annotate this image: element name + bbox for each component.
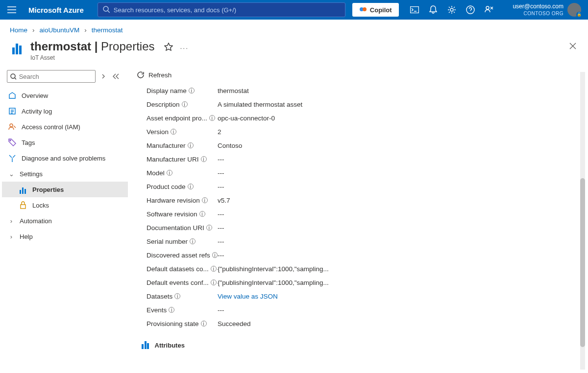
sidebar-item-properties[interactable]: Properties (2, 182, 128, 197)
chevron-down-icon: ⌄ (8, 170, 15, 178)
help-button[interactable] (462, 0, 479, 20)
svg-point-7 (11, 74, 15, 78)
sidebar-item-label: Access control (IAM) (22, 123, 80, 131)
close-icon (569, 43, 576, 49)
prop-row-hardware-revision: Hardware revision i v5.7 (147, 193, 578, 207)
info-icon[interactable]: i (199, 211, 205, 217)
section-attributes: Attributes (142, 341, 578, 349)
breadcrumb-l2[interactable]: thermostat (92, 26, 123, 34)
prop-row-product-code: Product code i --- (147, 180, 578, 193)
overview-icon (8, 91, 17, 100)
global-search[interactable] (98, 2, 345, 17)
more-button[interactable]: ··· (180, 44, 189, 52)
info-icon[interactable]: i (190, 238, 196, 244)
view-json-link[interactable]: View value as JSON (218, 293, 278, 300)
svg-point-0 (103, 6, 108, 11)
info-icon[interactable]: i (182, 101, 188, 107)
sidebar-group-settings[interactable]: ⌄ Settings (2, 166, 128, 182)
tags-icon (8, 138, 17, 147)
sidebar-search-input[interactable] (19, 73, 92, 80)
close-blade-button[interactable] (567, 40, 578, 54)
diagnose-icon (8, 154, 17, 163)
info-icon[interactable]: i (211, 280, 217, 285)
properties-list: Display name i thermostat Description i … (130, 84, 588, 372)
star-icon (164, 43, 173, 51)
scrollbar-thumb[interactable] (580, 178, 585, 347)
prop-row-events: Events i --- (147, 303, 578, 317)
feedback-icon (485, 5, 493, 14)
notifications-button[interactable] (424, 0, 442, 20)
svg-rect-12 (21, 205, 25, 209)
copilot-button[interactable]: Copilot (352, 3, 399, 17)
sidebar-item-activity-log[interactable]: Activity log (2, 103, 128, 119)
sidebar-item-label: Tags (22, 139, 35, 146)
attributes-icon (142, 341, 150, 349)
blade-sidebar: Overview Activity log Access control (IA… (0, 68, 130, 373)
sidebar-item-tags[interactable]: Tags (2, 135, 128, 150)
refresh-label: Refresh (148, 71, 172, 79)
sidebar-item-label: Help (20, 233, 33, 240)
breadcrumb-l1[interactable]: aioUbuntuVM (40, 26, 80, 34)
prop-row-documentation-uri: Documentation URI i --- (147, 221, 578, 234)
pin-button[interactable] (164, 43, 173, 53)
info-icon[interactable]: i (174, 293, 180, 299)
prop-row-display-name: Display name i thermostat (147, 84, 578, 97)
user-org: CONTOSO ORG (524, 11, 564, 16)
info-icon[interactable]: i (201, 321, 207, 326)
hamburger-menu[interactable] (4, 2, 20, 18)
prop-row-default-datasets-config: Default datasets co... i {"publishingInt… (147, 262, 578, 276)
sidebar-item-overview[interactable]: Overview (2, 88, 128, 103)
svg-point-9 (10, 124, 13, 127)
info-icon[interactable]: i (169, 307, 174, 313)
info-icon[interactable]: i (212, 252, 218, 258)
brand-label[interactable]: Microsoft Azure (24, 6, 89, 14)
hamburger-icon (7, 6, 16, 13)
sidebar-item-label: Settings (20, 170, 43, 178)
section-attributes-label: Attributes (155, 342, 185, 349)
prop-row-manufacturer: Manufacturer i Contoso (147, 139, 578, 152)
breadcrumb-home[interactable]: Home (10, 26, 27, 34)
prop-row-discovered-asset-refs: Discovered asset refs i --- (147, 248, 578, 262)
info-icon[interactable]: i (188, 142, 194, 148)
prop-row-version: Version i 2 (147, 125, 578, 139)
info-icon[interactable]: i (201, 156, 207, 162)
resource-subtype: IoT Asset (30, 54, 154, 61)
chevron-right-icon: › (8, 217, 15, 225)
avatar: 🔒 (567, 3, 581, 17)
chevrons-icon (100, 73, 106, 79)
info-icon[interactable]: i (188, 184, 194, 189)
sidebar-item-diagnose[interactable]: Diagnose and solve problems (2, 150, 128, 166)
global-search-input[interactable] (114, 6, 340, 14)
svg-point-2 (363, 7, 367, 11)
bell-icon (429, 5, 437, 14)
info-icon[interactable]: i (209, 115, 215, 121)
info-icon[interactable]: i (211, 266, 217, 272)
iam-icon (8, 122, 17, 131)
collapse-sidebar-button[interactable] (111, 71, 121, 81)
top-icon-group (406, 0, 498, 20)
refresh-button[interactable]: Refresh (137, 71, 172, 79)
info-icon[interactable]: i (206, 225, 212, 231)
account-control[interactable]: user@contoso.com CONTOSO ORG 🔒 (513, 3, 584, 17)
info-icon[interactable]: i (202, 197, 208, 203)
info-icon[interactable]: i (189, 88, 195, 93)
sidebar-group-automation[interactable]: › Automation (2, 213, 128, 229)
locks-icon (19, 201, 27, 210)
sidebar-group-help[interactable]: › Help (2, 229, 128, 244)
settings-button[interactable] (443, 0, 461, 20)
expand-collapse-button[interactable] (98, 71, 108, 81)
prop-row-default-events-config: Default events conf... i {"publishingInt… (147, 276, 578, 289)
svg-point-11 (12, 161, 13, 162)
sidebar-search[interactable] (7, 70, 96, 83)
svg-rect-3 (410, 7, 418, 13)
prop-row-provisioning-state: Provisioning state i Succeeded (147, 317, 578, 330)
sidebar-item-locks[interactable]: Locks (2, 197, 128, 213)
feedback-button[interactable] (480, 0, 498, 20)
copilot-label: Copilot (370, 6, 392, 14)
sidebar-item-iam[interactable]: Access control (IAM) (2, 119, 128, 135)
lock-icon: 🔒 (577, 12, 582, 17)
info-icon[interactable]: i (167, 170, 172, 176)
properties-icon (19, 185, 27, 194)
cloud-shell-button[interactable] (406, 0, 423, 20)
info-icon[interactable]: i (171, 129, 176, 135)
